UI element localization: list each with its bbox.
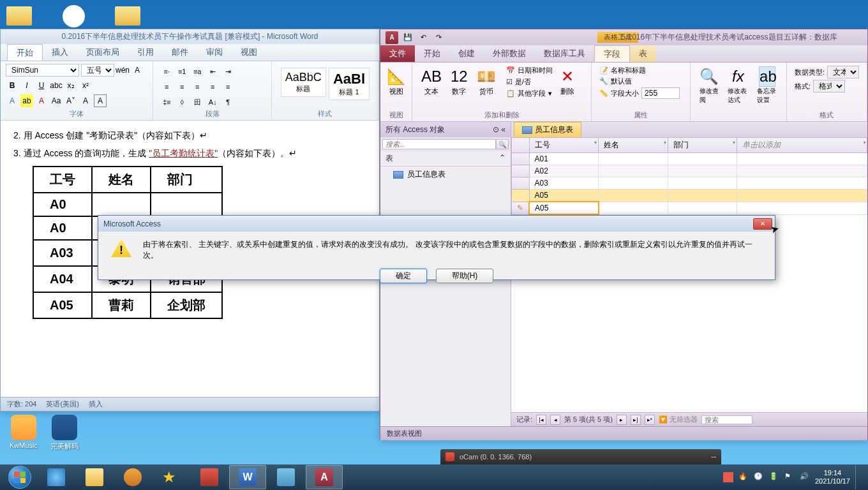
nav-search-input[interactable] — [382, 139, 496, 149]
align-left-icon[interactable]: ≡ — [160, 80, 174, 93]
memo-settings-button[interactable]: ab备忘录设置 — [753, 65, 781, 106]
access-tab-fields[interactable]: 字段 — [594, 45, 630, 62]
taskbar-access[interactable]: A — [306, 465, 343, 489]
shrink-font-icon[interactable]: A˅ — [64, 94, 77, 107]
column-header-id[interactable]: 工号▾ — [529, 138, 599, 153]
save-icon[interactable]: 💾 — [402, 32, 414, 43]
line-spacing-icon[interactable]: ‡≡ — [160, 96, 174, 108]
table-row[interactable]: A02 — [512, 165, 867, 177]
character-border-icon[interactable]: A — [94, 94, 107, 107]
last-record-button[interactable]: ▸| — [631, 415, 641, 425]
tray-flame-icon[interactable]: 🔥 — [738, 472, 749, 482]
name-caption-button[interactable]: 📝 名称和标题 — [597, 65, 648, 76]
select-all-cell[interactable] — [512, 138, 530, 153]
tray-battery-icon[interactable]: 🔋 — [769, 472, 779, 482]
desktop-app-wanmei[interactable]: 完美解码 — [50, 415, 79, 451]
yesno-field-button[interactable]: ☑ 是/否 — [504, 77, 555, 87]
prev-record-button[interactable]: ◂ — [550, 415, 560, 425]
show-hide-icon[interactable]: ¶ — [221, 96, 235, 108]
grow-font-icon[interactable]: Aa — [50, 94, 63, 107]
phonetic-guide-icon[interactable]: A — [131, 64, 144, 77]
next-record-button[interactable]: ▸ — [617, 415, 627, 425]
decrease-indent-icon[interactable]: ⇤ — [206, 65, 220, 78]
column-header-add[interactable]: 单击以添加▾ — [737, 138, 867, 153]
access-tab-external[interactable]: 外部数据 — [484, 45, 535, 62]
default-value-button[interactable]: 🔧 默认值 — [597, 76, 634, 87]
align-center-icon[interactable]: ≡ — [175, 80, 189, 93]
word-tab-home[interactable]: 开始 — [7, 44, 43, 61]
taskbar-ie[interactable] — [38, 465, 75, 489]
data-type-select[interactable]: 文本 — [827, 66, 859, 78]
word-tab-layout[interactable]: 页面布局 — [77, 44, 128, 61]
word-insert-mode[interactable]: 插入 — [89, 399, 103, 409]
column-header-name[interactable]: 姓名▾ — [599, 138, 668, 153]
italic-icon[interactable]: I — [20, 79, 33, 92]
more-fields-button[interactable]: 📋 其他字段 ▾ — [504, 88, 555, 99]
taskbar-star[interactable]: ★ — [153, 465, 190, 489]
taskbar-media[interactable] — [114, 465, 151, 489]
tray-volume-icon[interactable]: 🔊 — [800, 472, 810, 482]
justify-icon[interactable]: ≡ — [206, 80, 220, 93]
font-size-select[interactable]: 五号 — [81, 64, 114, 77]
currency-field-button[interactable]: 💴货币 — [473, 65, 500, 98]
bullets-icon[interactable]: ≡· — [160, 65, 174, 78]
word-titlebar[interactable]: 0.2016下半年信息处理技术员下午操作考试真题 [兼容模式] - Micros… — [1, 29, 379, 44]
desktop-folder-2[interactable] — [112, 3, 144, 29]
word-tab-review[interactable]: 审阅 — [197, 44, 232, 61]
minimize-icon[interactable]: ─ — [711, 453, 716, 461]
number-field-button[interactable]: 12数字 — [447, 65, 472, 98]
numbering-icon[interactable]: ≡1 — [175, 65, 189, 78]
sort-icon[interactable]: A↓ — [206, 96, 220, 108]
format-select[interactable]: 格式 — [813, 80, 845, 93]
underline-icon[interactable]: U — [35, 79, 48, 92]
font-name-select[interactable]: SimSun — [6, 64, 79, 77]
nav-group-tables[interactable]: 表 ⌃ — [380, 151, 511, 167]
nav-item-employee-table[interactable]: 员工信息表 — [380, 167, 511, 182]
subscript-icon[interactable]: x₂ — [64, 79, 77, 92]
word-tab-mailings[interactable]: 邮件 — [163, 44, 197, 61]
distributed-icon[interactable]: ≡ — [221, 80, 235, 93]
style-heading[interactable]: AaBbC 标题 — [281, 68, 326, 97]
dialog-titlebar[interactable]: Microsoft Access ✕ — [98, 216, 775, 232]
undo-icon[interactable]: ↶ — [417, 32, 429, 43]
align-right-icon[interactable]: ≡ — [190, 80, 204, 93]
shading-icon[interactable]: ◊ — [175, 96, 189, 108]
style-heading1[interactable]: AaBl 标题 1 — [329, 68, 370, 100]
first-record-button[interactable]: |◂ — [536, 415, 546, 425]
taskbar-photos[interactable] — [267, 465, 304, 489]
show-desktop-button[interactable] — [855, 465, 860, 489]
column-header-dept[interactable]: 部门▾ — [668, 138, 737, 153]
word-tab-insert[interactable]: 插入 — [43, 44, 77, 61]
sheet-tab-employee[interactable]: 员工信息表 — [514, 122, 581, 137]
delete-field-button[interactable]: ✕删除 — [557, 65, 578, 98]
superscript-icon[interactable]: x² — [79, 79, 92, 92]
multilevel-list-icon[interactable]: ≡a — [190, 65, 204, 78]
table-row[interactable]: A05 — [512, 189, 867, 202]
desktop-folder-1[interactable] — [3, 3, 35, 29]
access-tab-home[interactable]: 开始 — [415, 45, 449, 62]
nav-pane-header[interactable]: 所有 Access 对象 ⊙ « — [380, 122, 511, 137]
table-row[interactable]: A01 — [512, 153, 867, 165]
access-tab-create[interactable]: 创建 — [449, 45, 484, 62]
start-button[interactable] — [3, 465, 37, 489]
field-size-input[interactable] — [641, 87, 680, 99]
ok-button[interactable]: 确定 — [380, 269, 427, 283]
change-case-icon[interactable]: A — [79, 94, 92, 107]
record-search-input[interactable] — [701, 415, 752, 424]
access-tab-file[interactable]: 文件 — [380, 45, 415, 62]
table-row-editing[interactable]: ✎A05 — [512, 202, 867, 214]
word-language[interactable]: 英语(美国) — [46, 399, 79, 409]
clear-formatting-icon[interactable]: wén — [116, 64, 129, 77]
text-field-button[interactable]: AB文本 — [417, 65, 445, 98]
view-button[interactable]: 📐 视图 — [383, 65, 410, 98]
strikethrough-icon[interactable]: abc — [50, 79, 63, 92]
search-icon[interactable]: 🔍 — [496, 139, 509, 149]
increase-indent-icon[interactable]: ⇥ — [221, 65, 235, 78]
no-filter-label[interactable]: 🔽 无筛选器 — [659, 415, 698, 424]
taskbar-ocam[interactable] — [191, 465, 228, 489]
access-tab-table[interactable]: 表 — [630, 45, 656, 62]
new-record-button[interactable]: ▸* — [645, 415, 655, 425]
word-count[interactable]: 字数: 204 — [7, 399, 36, 409]
taskbar-explorer[interactable] — [76, 465, 113, 489]
ocam-titlebar[interactable]: oCam (0. 0. 1366. 768) ─ — [440, 449, 721, 464]
